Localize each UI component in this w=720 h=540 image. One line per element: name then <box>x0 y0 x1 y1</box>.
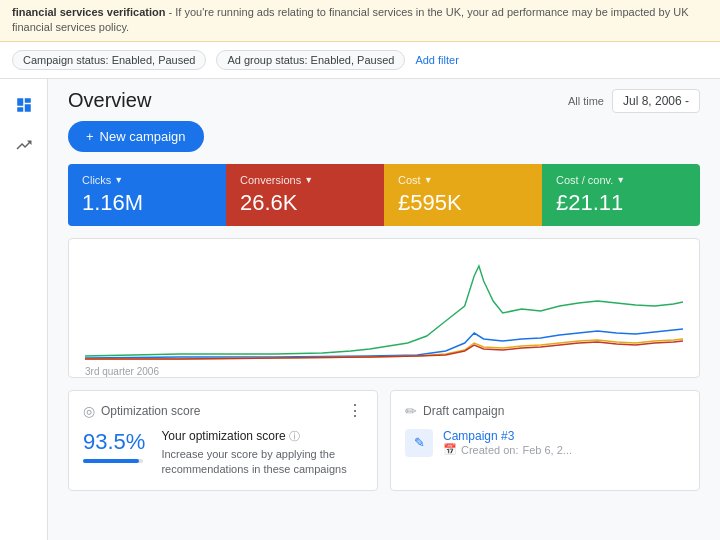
new-campaign-label: New campaign <box>100 129 186 144</box>
sidebar-overview-icon[interactable] <box>8 89 40 121</box>
metrics-row: Clicks ▼ 1.16M Conversions ▼ 26.6K Cost … <box>68 164 700 226</box>
cost-label: Cost ▼ <box>398 174 528 186</box>
new-campaign-button[interactable]: + New campaign <box>68 121 204 152</box>
draft-title-row: ✏ Draft campaign <box>405 403 504 419</box>
draft-card-header: ✏ Draft campaign <box>405 403 685 419</box>
conversions-metric[interactable]: Conversions ▼ 26.6K <box>226 164 384 226</box>
optimization-card-header: ◎ Optimization score ⋮ <box>83 403 363 419</box>
cost-metric[interactable]: Cost ▼ £595K <box>384 164 542 226</box>
chart-area: 3rd quarter 2006 <box>68 238 700 378</box>
chart-svg <box>85 251 683 361</box>
optimization-score-display: 93.5% <box>83 429 145 463</box>
page-header: Overview All time Jul 8, 2006 - <box>48 79 720 121</box>
conversions-value: 26.6K <box>240 190 370 216</box>
clicks-value: 1.16M <box>82 190 212 216</box>
created-label: Created on: <box>461 444 518 456</box>
date-range-selector[interactable]: All time Jul 8, 2006 - <box>568 89 700 113</box>
bottom-cards: ◎ Optimization score ⋮ 93.5% Your op <box>68 390 700 491</box>
optimization-bar-container <box>83 459 143 463</box>
sidebar <box>0 79 48 540</box>
draft-content: ✎ Campaign #3 📅 Created on: Feb 6, 2... <box>405 429 685 457</box>
campaign-status-filter[interactable]: Campaign status: Enabled, Paused <box>12 50 206 70</box>
draft-campaign-card: ✏ Draft campaign ✎ Campaign #3 📅 Created… <box>390 390 700 491</box>
campaign-date: 📅 Created on: Feb 6, 2... <box>443 443 685 456</box>
cost-conv-label: Cost / conv. ▼ <box>556 174 686 186</box>
optimization-desc-title: Your optimization score ⓘ <box>161 429 363 444</box>
cost-conv-chevron: ▼ <box>616 175 625 185</box>
draft-icon: ✏ <box>405 403 417 419</box>
draft-card-title: Draft campaign <box>423 404 504 418</box>
warning-bar: financial services verification - If you… <box>0 0 720 42</box>
calendar-icon: 📅 <box>443 443 457 456</box>
optimization-more-button[interactable]: ⋮ <box>347 403 363 419</box>
cost-value: £595K <box>398 190 528 216</box>
campaign-icon: ✎ <box>405 429 433 457</box>
optimization-desc-subtitle: Increase your score by applying the reco… <box>161 447 363 478</box>
content-area: Overview All time Jul 8, 2006 - + New ca… <box>48 79 720 540</box>
optimization-card-title: Optimization score <box>101 404 200 418</box>
cost-conv-value: £21.11 <box>556 190 686 216</box>
optimization-title-row: ◎ Optimization score <box>83 403 200 419</box>
cost-conv-metric[interactable]: Cost / conv. ▼ £21.11 <box>542 164 700 226</box>
chart-x-label: 3rd quarter 2006 <box>85 366 683 377</box>
page-title: Overview <box>68 89 151 112</box>
clicks-label: Clicks ▼ <box>82 174 212 186</box>
campaign-item: ✎ Campaign #3 📅 Created on: Feb 6, 2... <box>405 429 685 457</box>
optimization-card: ◎ Optimization score ⋮ 93.5% Your op <box>68 390 378 491</box>
optimization-description: Your optimization score ⓘ Increase your … <box>161 429 363 478</box>
conversions-label: Conversions ▼ <box>240 174 370 186</box>
info-icon[interactable]: ⓘ <box>289 430 300 442</box>
adgroup-status-filter[interactable]: Ad group status: Enabled, Paused <box>216 50 405 70</box>
clicks-chevron: ▼ <box>114 175 123 185</box>
conversions-chevron: ▼ <box>304 175 313 185</box>
created-date: Feb 6, 2... <box>522 444 572 456</box>
date-label: All time <box>568 95 604 107</box>
optimization-icon: ◎ <box>83 403 95 419</box>
optimization-percent: 93.5% <box>83 429 145 455</box>
warning-title: financial services verification <box>12 6 165 18</box>
optimization-content: 93.5% Your optimization score ⓘ Increase… <box>83 429 363 478</box>
add-filter-button[interactable]: Add filter <box>415 54 458 66</box>
sidebar-chart-icon[interactable] <box>8 129 40 161</box>
main-layout: Overview All time Jul 8, 2006 - + New ca… <box>0 79 720 540</box>
clicks-metric[interactable]: Clicks ▼ 1.16M <box>68 164 226 226</box>
filter-bar: Campaign status: Enabled, Paused Ad grou… <box>0 42 720 79</box>
plus-icon: + <box>86 129 94 144</box>
cost-chevron: ▼ <box>424 175 433 185</box>
campaign-name[interactable]: Campaign #3 <box>443 429 685 443</box>
campaign-info: Campaign #3 📅 Created on: Feb 6, 2... <box>443 429 685 456</box>
optimization-bar-fill <box>83 459 139 463</box>
date-picker[interactable]: Jul 8, 2006 - <box>612 89 700 113</box>
